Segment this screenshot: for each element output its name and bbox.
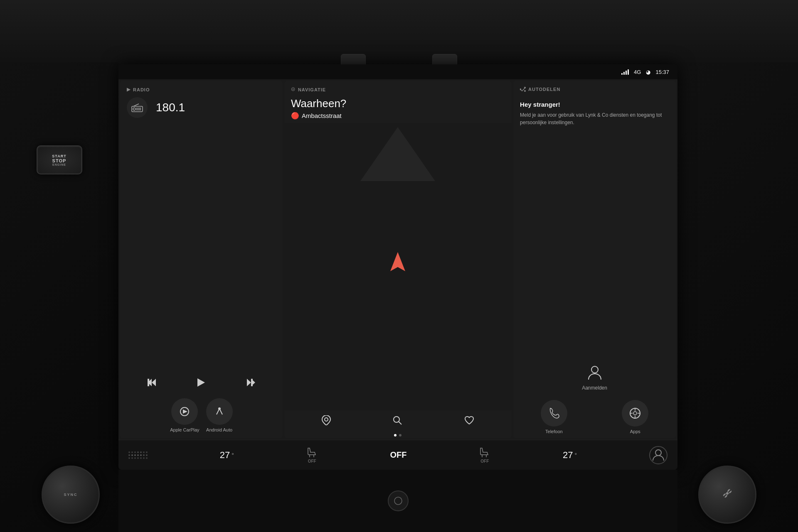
android-auto-label: Android Auto xyxy=(206,427,232,432)
svg-marker-13 xyxy=(251,379,255,386)
svg-marker-15 xyxy=(183,409,187,414)
seat-left-label: OFF xyxy=(308,459,316,463)
svg-point-1 xyxy=(133,108,135,110)
fan-grid xyxy=(128,451,148,459)
radio-title: RADIO xyxy=(133,87,150,92)
autodelen-login-button[interactable]: Aanmelden xyxy=(513,360,676,396)
top-dash xyxy=(0,0,798,66)
autodelen-header: AUTODELEN xyxy=(513,81,676,101)
radio-controls xyxy=(127,368,276,390)
svg-line-6 xyxy=(133,104,139,106)
nav-search-button[interactable] xyxy=(393,415,402,427)
right-panel xyxy=(677,62,798,532)
nav-bottom-icons xyxy=(284,410,512,432)
autodelen-bottom-row: Telefoon xyxy=(513,396,676,438)
profile-button[interactable] xyxy=(649,446,667,464)
ac-state-label: OFF xyxy=(390,450,406,459)
nav-widget[interactable]: ☉ NAVIGATIE Waarheen? 🔴 Ambactsstraat xyxy=(284,81,512,438)
nav-arrow xyxy=(390,252,405,273)
map-road-shape xyxy=(360,127,435,181)
apple-carplay-button[interactable] xyxy=(171,398,198,425)
radio-main: 180.1 xyxy=(127,97,276,118)
android-auto-group: Android Auto xyxy=(206,398,233,432)
nav-map[interactable] xyxy=(284,123,512,410)
clock: 15:37 xyxy=(655,69,669,75)
svg-point-19 xyxy=(394,417,399,422)
profile-icon xyxy=(653,449,664,461)
signal-bar-4 xyxy=(628,69,629,75)
seat-right-icon xyxy=(479,446,490,458)
bottom-physical-controls xyxy=(118,470,677,532)
bottom-bar: 27 ° OFF OFF xyxy=(118,440,677,470)
radio-widget[interactable]: ▶ RADIO 1 xyxy=(120,81,283,438)
svg-point-16 xyxy=(218,407,221,410)
fan-dot xyxy=(128,451,130,453)
autodelen-widget: AUTODELEN Hey stranger! Meld je aan voor… xyxy=(513,81,676,438)
home-button[interactable] xyxy=(388,490,409,511)
nav-label: ☉ NAVIGATIE xyxy=(291,87,505,92)
nav-title: NAVIGATIE xyxy=(298,87,326,92)
svg-marker-17 xyxy=(390,252,405,271)
start-stop-button[interactable]: START STOP ENGINE xyxy=(37,145,82,174)
radio-label: ▶ RADIO xyxy=(127,87,276,92)
svg-marker-10 xyxy=(197,378,205,387)
svg-marker-7 xyxy=(152,379,156,386)
svg-point-21 xyxy=(524,87,526,88)
radio-play-icon: ▶ xyxy=(127,87,131,92)
nav-search-text[interactable]: Waarheen? xyxy=(291,97,505,110)
nav-current-location: 🔴 Ambactsstraat xyxy=(291,112,505,120)
temp-right-display[interactable]: 27 ° xyxy=(563,450,577,461)
apps-group: Apps xyxy=(622,400,648,434)
radio-frequency: 180.1 xyxy=(156,101,185,114)
nav-favorites-button[interactable] xyxy=(464,415,474,427)
main-content-grid: ▶ RADIO 1 xyxy=(118,79,677,440)
ac-control[interactable]: OFF xyxy=(390,450,406,460)
connectivity-buttons: Apple CarPlay Android Auto xyxy=(127,398,276,432)
seat-right-label: OFF xyxy=(480,459,489,463)
temp-left-degree-icon: ° xyxy=(232,452,234,458)
seat-right-control[interactable]: OFF xyxy=(479,446,490,463)
autodelen-description: Meld je aan voor gebruik van Lynk & Co d… xyxy=(520,111,669,126)
temp-left-display[interactable]: 27 ° xyxy=(220,450,234,461)
telefoon-group: Telefoon xyxy=(541,400,567,434)
svg-line-20 xyxy=(399,422,401,424)
infotainment-screen: 4G ◕ 15:37 ▶ RADIO xyxy=(118,64,677,470)
autodelen-title: AUTODELEN xyxy=(528,87,560,92)
nav-location-pin: 🔴 xyxy=(291,112,299,120)
android-auto-button[interactable] xyxy=(206,398,233,425)
temp-left-value: 27 xyxy=(220,450,230,461)
share-icon xyxy=(520,87,526,92)
seat-left-icon xyxy=(306,446,318,458)
signal-bar-1 xyxy=(621,73,623,75)
svg-point-27 xyxy=(655,450,661,456)
signal-bar-2 xyxy=(623,72,625,75)
autodelen-content: Hey stranger! Meld je aan voor gebruik v… xyxy=(513,101,676,360)
svg-point-18 xyxy=(325,418,328,421)
temp-right-value: 27 xyxy=(563,450,573,461)
bluetooth-icon: ◕ xyxy=(646,69,650,75)
svg-point-23 xyxy=(524,90,526,92)
nav-dot-1 xyxy=(394,434,397,436)
seat-left-control[interactable]: OFF xyxy=(306,446,318,463)
telefoon-button[interactable] xyxy=(541,400,567,427)
temp-right-degree-icon: ° xyxy=(575,452,577,458)
svg-point-26 xyxy=(633,412,637,415)
svg-point-28 xyxy=(394,497,402,505)
stop-label: STOP xyxy=(52,158,66,163)
signal-bar-3 xyxy=(626,71,627,75)
nav-location-button[interactable] xyxy=(322,415,331,427)
next-track-button[interactable] xyxy=(244,375,259,390)
apple-carplay-label: Apple CarPlay xyxy=(170,427,199,432)
radio-symbol-icon xyxy=(127,97,148,118)
autodelen-login-label: Aanmelden xyxy=(582,385,607,391)
nav-address: Ambactsstraat xyxy=(302,112,342,119)
prev-track-button[interactable] xyxy=(144,375,159,390)
screen: 4G ◕ 15:37 ▶ RADIO xyxy=(118,64,677,470)
apps-button[interactable] xyxy=(622,400,648,427)
nav-dot-2 xyxy=(399,434,401,436)
apps-label: Apps xyxy=(630,429,640,434)
engine-label: ENGINE xyxy=(52,163,66,166)
play-pause-button[interactable] xyxy=(194,375,209,390)
telefoon-label: Telefoon xyxy=(545,429,563,434)
nav-header: ☉ NAVIGATIE Waarheen? 🔴 Ambactsstraat xyxy=(284,81,512,123)
